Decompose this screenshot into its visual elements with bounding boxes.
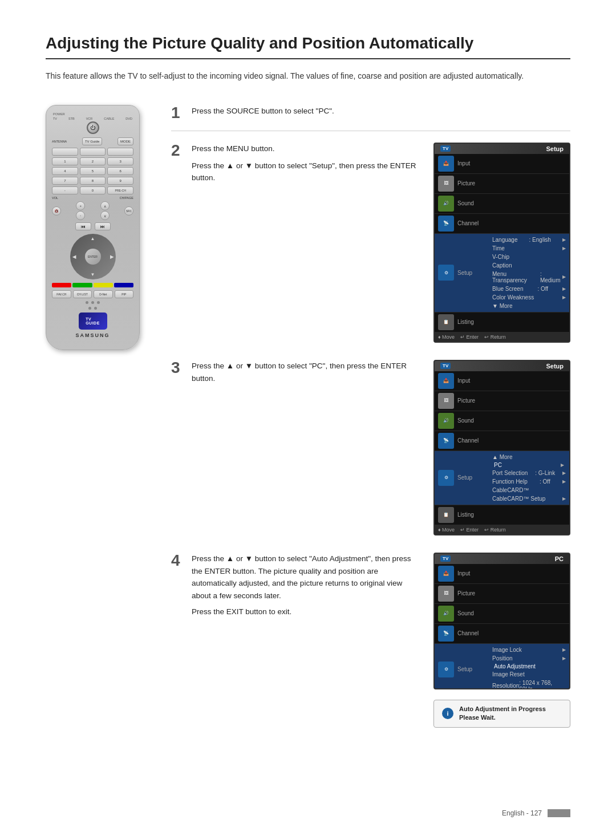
power-button[interactable]: ⏻ <box>87 121 99 134</box>
ch-list-button[interactable]: CH LIST <box>73 290 92 298</box>
cablecard-item: CableCARD™ <box>492 486 566 494</box>
vol-up-button[interactable]: + <box>76 201 85 210</box>
input-icon-2: 📥 <box>438 373 454 389</box>
listing-icon-2: 📋 <box>438 507 454 523</box>
num-4-button[interactable]: 4 <box>52 167 78 175</box>
num-6-button[interactable]: 6 <box>107 167 133 175</box>
blue-screen-arrow: ▶ <box>562 286 566 291</box>
vchip-item: V-Chip <box>492 253 566 261</box>
color-weakness-item: Color Weakness ▶ <box>492 293 566 302</box>
blank-btn-2[interactable] <box>80 148 106 156</box>
step-2-inline: Press the MENU button. Press the ▲ or ▼ … <box>192 143 570 343</box>
more-up-item: ▲ More <box>492 453 566 461</box>
sound-label-2: Sound <box>457 417 489 424</box>
chpage-label: CH/PAGE <box>120 196 133 200</box>
ch-down-button[interactable]: ∨ <box>100 211 110 220</box>
dot-1 <box>86 301 88 304</box>
function-help-arrow: ▶ <box>562 479 566 484</box>
picture-label-3: Picture <box>457 590 489 596</box>
forward-button[interactable]: ⏭ <box>95 222 111 230</box>
picture-label: Picture <box>457 180 489 186</box>
image-lock-item: Image Lock ▶ <box>492 646 566 654</box>
listing-label-1: Listing <box>457 319 489 325</box>
step-2-content: Press the MENU button. Press the ▲ or ▼ … <box>192 143 570 343</box>
yellow-button[interactable] <box>94 283 113 287</box>
blank-buttons-row <box>52 148 133 156</box>
num-0-button[interactable]: 0 <box>80 186 106 194</box>
enter-button[interactable]: ENTER <box>85 249 101 265</box>
menu-trans-arrow: ▶ <box>562 274 566 279</box>
rewind-button[interactable]: ⏮ <box>75 222 91 230</box>
more-up-text: ▲ More <box>492 454 512 460</box>
num-8-button[interactable]: 8 <box>80 177 106 185</box>
num-1-button[interactable]: 1 <box>52 157 78 165</box>
num-5-button[interactable]: 5 <box>80 167 106 175</box>
menu-2-picture-row: 🖼 Picture <box>435 391 569 411</box>
num-7-button[interactable]: 7 <box>52 177 78 185</box>
prech-button[interactable]: PRE-CH <box>107 186 133 194</box>
indicator-dots-2 <box>52 307 133 310</box>
position-arrow: ▶ <box>562 656 566 661</box>
mute-button[interactable]: 🔇 <box>52 206 61 216</box>
pip-button[interactable]: PIP <box>115 290 134 298</box>
info-icon: i <box>442 708 453 719</box>
step-3-text-block: Press the ▲ or ▼ button to select "PC", … <box>192 360 422 389</box>
ch-up-button[interactable]: ∧ <box>100 201 110 210</box>
step-3-inline: Press the ▲ or ▼ button to select "PC", … <box>192 360 570 535</box>
step-2-text-line1: Press the MENU button. <box>192 143 422 155</box>
pc-menu: TV PC 📥 Input <box>433 553 570 689</box>
cablecard-setup-text: CableCARD™ Setup <box>492 496 545 502</box>
intro-text: This feature allows the TV to self-adjus… <box>46 70 570 82</box>
dot-5 <box>94 307 97 310</box>
num-9-button[interactable]: 9 <box>107 177 133 185</box>
blank-btn-1[interactable] <box>52 148 78 156</box>
step-3: 3 Press the ▲ or ▼ button to select "PC"… <box>171 360 570 535</box>
dvd-label: DVD <box>125 117 132 120</box>
red-button[interactable] <box>52 283 71 287</box>
power-label: POWER <box>53 112 65 116</box>
num-2-button[interactable]: 2 <box>80 157 106 165</box>
nav-left-arrow[interactable]: ◀ <box>72 254 76 259</box>
function-help-item: Function Help : Off ▶ <box>492 477 566 486</box>
dot-3 <box>97 301 100 304</box>
port-selection-item: Port Selection : G-Link ▶ <box>492 469 566 477</box>
port-selection-arrow: ▶ <box>562 470 566 476</box>
d-net-button[interactable]: D-Net <box>94 290 113 298</box>
steps-section: 1 Press the SOURCE button to select "PC"… <box>171 105 570 744</box>
nav-up-arrow[interactable]: ▲ <box>91 236 95 241</box>
input-label: Input <box>457 160 489 167</box>
language-item: Language : English ▶ <box>492 236 566 244</box>
pc-menu-body: 📥 Input 🖼 Picture 🔊 <box>435 564 569 689</box>
image-reset-item: Image Reset <box>492 670 566 679</box>
setup-label-2: Setup <box>457 474 489 481</box>
source-button[interactable]: SRC <box>124 206 133 216</box>
step-3-number: 3 <box>171 360 183 376</box>
footer-move-2: ♦ Move <box>438 527 455 533</box>
menu-2-header: TV Setup <box>435 361 569 371</box>
pc-menu-picture-row: 🖼 Picture <box>435 584 569 604</box>
blue-button[interactable] <box>114 283 133 287</box>
image-lock-text: Image Lock <box>492 647 522 653</box>
step-2-text-block: Press the MENU button. Press the ▲ or ▼ … <box>192 143 422 189</box>
menu-2-setup-row: ⚙ Setup ▲ More PC ▶ <box>435 451 569 505</box>
setup-icon-2: ⚙ <box>438 470 454 486</box>
caption-text: Caption <box>492 262 512 269</box>
setup-label-1: Setup <box>457 270 489 276</box>
nav-right-arrow[interactable]: ▶ <box>110 254 114 259</box>
nav-down-arrow[interactable]: ▼ <box>91 272 95 277</box>
vol-down-button[interactable]: - <box>76 211 85 220</box>
vcr-label: VCR <box>86 117 93 120</box>
fav-ch-button[interactable]: FAV.CH <box>52 290 71 298</box>
notification-text: Auto Adjustment in Progress Please Wait. <box>459 705 546 723</box>
num-3-button[interactable]: 3 <box>107 157 133 165</box>
notification-title: Auto Adjustment in Progress <box>459 705 546 713</box>
green-button[interactable] <box>72 283 92 287</box>
setup-menu-items-2: ▲ More PC ▶ Port Selection : G-Link <box>492 453 566 503</box>
dash-button[interactable]: - <box>52 186 78 194</box>
blank-btn-3[interactable] <box>107 148 133 156</box>
menu-2-sound-row: 🔊 Sound <box>435 411 569 431</box>
mode-button[interactable]: MODE <box>117 137 133 145</box>
menu-1-picture-row: 🖼 Picture <box>435 174 569 194</box>
tv-guide-button[interactable]: TV Guide <box>82 137 102 145</box>
step-1: 1 Press the SOURCE button to select "PC"… <box>171 105 570 131</box>
